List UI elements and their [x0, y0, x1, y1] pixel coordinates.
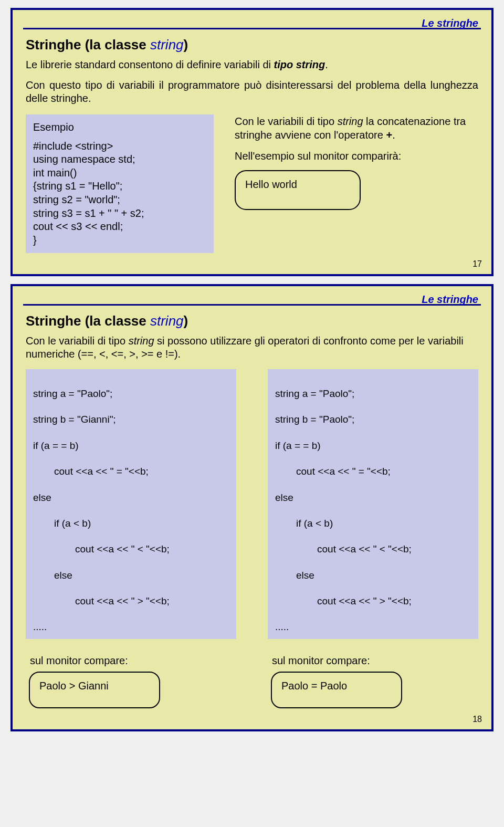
code-line: string b = "Gianni"; [33, 414, 116, 425]
code-line: string a = "Paolo"; [275, 388, 354, 399]
intro-b: string [129, 335, 154, 347]
code-line: cout <<a << " = "<<b; [33, 465, 229, 478]
example-row: Esempio #include <string> using namespac… [26, 114, 478, 253]
code-row: string a = "Paolo"; string b = "Gianni";… [26, 369, 478, 708]
right-column: string a = "Paolo"; string b = "Paolo"; … [268, 369, 478, 708]
code-line: } [33, 234, 206, 247]
output-box-right: Paolo = Paolo [271, 672, 402, 708]
code-line: string s3 = s1 + " " + s2; [33, 207, 206, 221]
code-line: cout <<a << " = "<<b; [275, 465, 471, 478]
explain-p1: Con le variabili di tipo string la conca… [235, 114, 478, 142]
expl-b: string [338, 116, 363, 127]
expl-d: + [386, 129, 392, 141]
slide-title: Stringhe (la classe string) [26, 37, 478, 53]
slide-title: Stringhe (la classe string) [26, 313, 478, 329]
page-number: 18 [472, 715, 482, 724]
code-line: cout <<a << " > "<<b; [275, 595, 471, 608]
output-box-left: Paolo > Gianni [29, 672, 160, 708]
code-line: #include <string> [33, 140, 206, 153]
intro-line: Con le variabili di tipo string si posso… [26, 334, 478, 361]
code-line: else [275, 569, 471, 582]
explanation-column: Con le variabili di tipo string la conca… [235, 114, 478, 210]
intro-line-2: Con questo tipo di variabili il programm… [26, 79, 478, 105]
monitor-label-right: sul monitor compare: [272, 654, 478, 667]
code-box: Esempio #include <string> using namespac… [26, 114, 214, 253]
code-line: string s2 = "world"; [33, 193, 206, 207]
explain-p2: Nell'esempio sul monitor comparirà: [235, 149, 478, 163]
slide-18: Le stringhe Stringhe (la classe string) … [10, 284, 494, 731]
code-line: if (a < b) [275, 517, 471, 530]
code-box-left: string a = "Paolo"; string b = "Gianni";… [26, 369, 236, 639]
intro-line-1: Le librerie standard consentono di defin… [26, 58, 478, 71]
code-line: else [275, 492, 293, 503]
code-box-right: string a = "Paolo"; string b = "Paolo"; … [268, 369, 478, 639]
slide-17: Le stringhe Stringhe (la classe string) … [10, 8, 494, 276]
output-box: Hello world [235, 170, 361, 210]
title-suffix: ) [184, 37, 188, 53]
code-line: using namespace std; [33, 153, 206, 166]
title-text: Stringhe (la classe [26, 313, 150, 329]
code-line: cout <<a << " > "<<b; [33, 595, 229, 608]
divider [23, 304, 481, 306]
code-line: else [33, 569, 229, 582]
section-tag: Le stringhe [422, 17, 478, 29]
code-line: cout << s3 << endl; [33, 220, 206, 234]
expl-a: Con le variabili di tipo [235, 116, 338, 127]
page-number: 17 [472, 259, 482, 269]
title-suffix: ) [184, 313, 188, 329]
code-line: ..... [33, 621, 47, 632]
title-em: string [150, 313, 184, 329]
title-text: Stringhe (la classe [26, 37, 150, 53]
code-line: ..... [275, 621, 289, 632]
intro1-bold: tipo string [274, 59, 326, 70]
section-tag: Le stringhe [422, 294, 478, 306]
intro1-post: . [325, 59, 328, 70]
code-line: if (a = = b) [275, 440, 321, 451]
code-line: cout <<a << " < "<<b; [33, 543, 229, 556]
code-line: {string s1 = "Hello"; [33, 180, 206, 193]
code-line: cout <<a << " < "<<b; [275, 543, 471, 556]
left-column: string a = "Paolo"; string b = "Gianni";… [26, 369, 236, 708]
code-line: if (a = = b) [33, 440, 79, 451]
expl-e: . [392, 129, 395, 141]
divider [23, 28, 481, 29]
monitor-label-left: sul monitor compare: [30, 654, 236, 667]
example-label: Esempio [33, 121, 206, 134]
intro1-pre: Le librerie standard consentono di defin… [26, 59, 274, 70]
code-line: else [33, 492, 51, 503]
code-line: string a = "Paolo"; [33, 388, 112, 399]
title-em: string [150, 37, 184, 53]
intro-a: Con le variabili di tipo [26, 335, 129, 347]
code-line: if (a < b) [33, 517, 229, 530]
code-line: int main() [33, 166, 206, 180]
code-line: string b = "Paolo"; [275, 414, 354, 425]
